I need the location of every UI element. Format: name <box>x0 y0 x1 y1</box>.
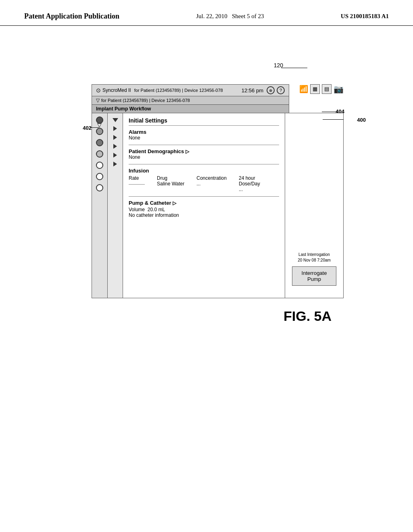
concentration-col: Concentration ... <box>196 175 227 192</box>
grid-button[interactable]: ▤ <box>322 84 332 94</box>
demographics-val-text: None <box>129 154 140 160</box>
ref-400-text: 400 <box>357 117 366 123</box>
toolbar-right-icons: ⊕ ? <box>267 86 285 94</box>
infusion-label-text: Infusion <box>129 168 149 174</box>
right-icon-col <box>108 113 123 298</box>
down-arrow-1 <box>113 118 118 122</box>
ref-402-text: 402 <box>83 125 92 131</box>
interrogate-pump-button[interactable]: Interrogate Pump <box>292 266 336 286</box>
divider-2 <box>129 164 279 164</box>
alarm-icon-toolbar[interactable]: ⊕ <box>267 86 275 94</box>
status-dot-7 <box>96 184 103 191</box>
divider-3 <box>129 196 279 197</box>
alarms-val-text: None <box>129 135 140 141</box>
camera-icon: 📷 <box>334 84 344 94</box>
interrogate-button-label: Interrogate Pump <box>302 270 327 282</box>
divider-1 <box>129 145 279 145</box>
drug-col: Drug Saline Water <box>157 175 184 192</box>
dose-label: Dose/Day <box>239 181 260 187</box>
nav-arrow-icon: ▽ <box>96 98 100 103</box>
figure-label: FIG. 5A <box>69 308 344 324</box>
rate-col: Rate <box>129 175 145 192</box>
last-interrogation-text: Last Interrogation 20 Nov 08 7:20am <box>298 252 331 263</box>
status-dot-2 <box>96 128 103 135</box>
right-arrow-2 <box>113 135 117 140</box>
status-dot-5 <box>96 162 103 169</box>
volume-value: 20.0 mL <box>148 207 165 212</box>
volume-row: Volume 20.0 mL <box>129 207 279 212</box>
ref-400-label: 400 <box>357 117 366 123</box>
pump-section: Pump & Catheter ▷ Volume 20.0 mL No cath… <box>129 200 279 218</box>
main-panel-outer: 402 ▽ <box>69 113 344 298</box>
right-arrow-3 <box>113 144 117 149</box>
concentration-value: ... <box>196 181 227 187</box>
alarms-header: Alarms <box>129 129 279 135</box>
device-ui-wrapper: 📶 ▦ ▤ 📷 404 ⊙ SyncroMed II for Patient (… <box>69 84 344 298</box>
left-ref-area: 402 ▽ <box>69 113 92 298</box>
pump-label: Pump & Catheter <box>129 200 171 206</box>
concentration-label: Concentration <box>196 175 227 181</box>
status-dot-3 <box>96 139 103 146</box>
interrogate-panel: Last Interrogation 20 Nov 08 7:20am Inte… <box>285 113 344 298</box>
figure-label-text: FIG. 5A <box>284 308 332 324</box>
toolbar-row: ⊙ SyncroMed II for Patient (123456789) |… <box>92 84 289 96</box>
patient-label: for Patient (123456789) | Device 123456-… <box>134 88 223 93</box>
sheet-info: Sheet 5 of 23 <box>232 13 264 19</box>
sync-icon-toolbar: ⊙ <box>96 87 101 94</box>
top-right-icons: 📶 ▦ ▤ 📷 <box>299 84 344 94</box>
last-interrogation-date: 20 Nov 08 7:20am <box>298 258 331 263</box>
wifi-icon: 📶 <box>299 85 308 94</box>
header-center: Jul. 22, 2010 Sheet 5 of 23 <box>196 11 264 20</box>
workflow-title: Implant Pump Workflow <box>96 106 151 112</box>
battery-button[interactable]: ▦ <box>310 84 320 94</box>
ref-120-line <box>281 68 307 68</box>
nav-row: ▽ for Patient (123456789) | Device 12345… <box>92 96 289 104</box>
pump-header: Pump & Catheter ▷ <box>129 200 279 206</box>
ref-402-label: 402 <box>83 125 92 131</box>
demographics-arrow-icon: ▷ <box>186 149 189 154</box>
nav-path: for Patient (123456789) | Device 123456-… <box>101 98 190 103</box>
status-dot-4 <box>96 150 103 158</box>
alarms-section: Alarms None <box>129 129 279 141</box>
figure-5a: 120 📶 ▦ ▤ 📷 404 ⊙ SyncroMed II for Patie… <box>69 66 344 324</box>
left-icon-col <box>92 113 108 298</box>
right-arrow-1 <box>113 126 117 131</box>
patent-number-text: US 2100185183 A1 <box>341 13 389 19</box>
demographics-label: Patient Demographics <box>129 148 184 154</box>
right-arrow-4 <box>113 153 117 158</box>
alarms-value: None <box>129 135 279 141</box>
patent-number: US 2100185183 A1 <box>341 11 389 20</box>
sync-label: SyncroMed II <box>102 87 131 93</box>
content-panel: Initial Settings Alarms None <box>123 113 285 298</box>
ref-400-line <box>323 119 344 120</box>
main-content: 120 📶 ▦ ▤ 📷 404 ⊙ SyncroMed II for Patie… <box>0 26 413 324</box>
infusion-data-row: Rate Drug Saline Water Concentration ... <box>129 175 279 192</box>
workflow-row: Implant Pump Workflow <box>92 104 289 113</box>
pump-arrow-icon: ▷ <box>173 200 176 206</box>
time-display: 12:56 pm <box>242 87 263 94</box>
question-icon[interactable]: ? <box>277 86 285 94</box>
infusion-header: Infusion <box>129 168 279 174</box>
status-dot-6 <box>96 173 103 180</box>
rate-label: Rate <box>129 175 145 181</box>
publication-title: Patent Application Publication <box>24 11 119 21</box>
catheter-row: No catheter information <box>129 212 279 218</box>
drug-value: Saline Water <box>157 181 184 187</box>
initial-settings-header: Initial Settings <box>129 117 279 126</box>
volume-label: Volume <box>129 207 145 212</box>
demographics-section: Patient Demographics ▷ None <box>129 148 279 160</box>
rate-line <box>129 184 145 185</box>
demographics-header: Patient Demographics ▷ <box>129 148 279 154</box>
ref-402-arrow: ▽ <box>97 123 102 128</box>
demographics-value: None <box>129 154 279 160</box>
dose-value: ... <box>239 187 260 192</box>
ref-404-line <box>322 112 338 112</box>
drug-label: Drug <box>157 175 184 181</box>
catheter-info: No catheter information <box>129 212 179 218</box>
settings-label: Initial Settings <box>129 117 167 124</box>
last-interrogation-label: Last Interrogation <box>298 252 331 258</box>
page-header: Patent Application Publication Jul. 22, … <box>0 0 413 26</box>
hour-col: 24 hour Dose/Day ... <box>239 175 260 192</box>
hour-label: 24 hour <box>239 175 260 181</box>
infusion-section: Infusion Rate Drug Saline Water <box>129 168 279 192</box>
